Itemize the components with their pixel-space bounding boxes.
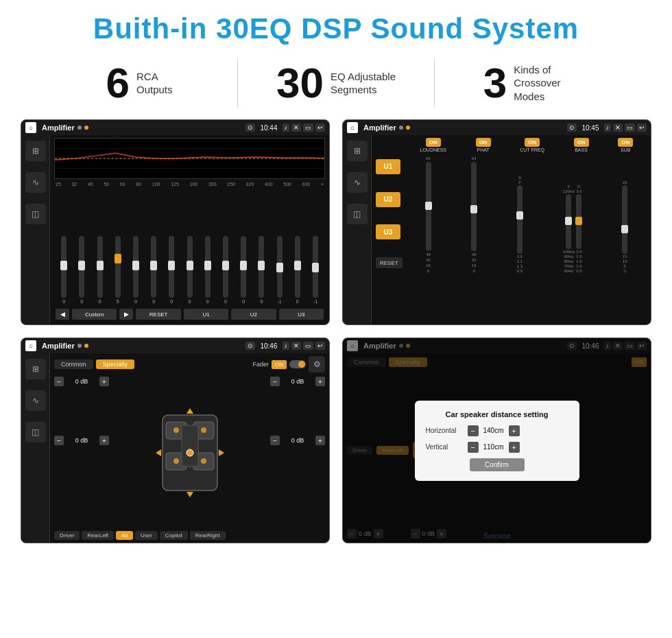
eq-slider-5[interactable]: 0 bbox=[128, 236, 144, 304]
cross-reset-btn[interactable]: RESET bbox=[376, 257, 403, 268]
eq-slider-8[interactable]: 0 bbox=[181, 236, 197, 304]
fader-user-btn[interactable]: User bbox=[135, 531, 158, 540]
cross-cutfreq-group: G F 3.0 2.1 1.3 0.5 bbox=[517, 176, 523, 273]
eq-bottom-bar: ◀ Custom ▶ RESET U1 U2 U3 bbox=[54, 307, 325, 322]
cross-sub-slider[interactable]: 20 15 10 5 0 bbox=[622, 180, 627, 273]
eq-slider-2[interactable]: 0 bbox=[73, 236, 90, 304]
cross-back-icon[interactable]: ↩ bbox=[637, 123, 647, 132]
eq-screen: ⌂ Amplifier ⊙ 10:44 ♪ ✕ ▭ ↩ ⊞ ∿ ◫ bbox=[21, 119, 330, 325]
eq-slider-9[interactable]: 0 bbox=[200, 236, 216, 304]
fader-br-plus[interactable]: + bbox=[315, 436, 325, 445]
fader-speaker-icon: ♪ bbox=[283, 342, 290, 350]
cross-android-bar: ⌂ Amplifier ⊙ 10:45 ♪ ✕ ▭ ↩ bbox=[343, 120, 651, 135]
eq-slider-4[interactable]: 5 bbox=[110, 236, 126, 304]
fader-rearright-btn[interactable]: RearRight bbox=[190, 531, 226, 540]
cross-phat-slider[interactable]: 64 48 32 16 0 bbox=[471, 156, 477, 273]
cross-loudness-slider[interactable]: 64 48 32 16 0 bbox=[426, 156, 431, 273]
fader-bottom-btns: Driver RearLeft All User Copilot RearRig… bbox=[54, 531, 325, 540]
fader-window-icon[interactable]: ▭ bbox=[303, 342, 313, 350]
cross-cutfreq-on[interactable]: ON bbox=[525, 138, 540, 147]
cross-u2-btn[interactable]: U2 bbox=[376, 192, 400, 207]
eq-balance-btn[interactable]: ◫ bbox=[25, 204, 46, 224]
dialog-horizontal-plus[interactable]: + bbox=[509, 425, 520, 436]
fader-dot1 bbox=[77, 344, 82, 348]
fader-settings-btn[interactable]: ⚙ bbox=[309, 356, 325, 373]
fader-balance-btn[interactable]: ◫ bbox=[25, 422, 46, 442]
fader-copilot-btn[interactable]: Copilot bbox=[160, 531, 188, 540]
eq-back-icon[interactable]: ↩ bbox=[315, 123, 325, 132]
eq-slider-13[interactable]: -1 bbox=[271, 236, 287, 304]
eq-next-btn[interactable]: ▶ bbox=[119, 309, 133, 320]
cross-filter-btn[interactable]: ⊞ bbox=[347, 141, 368, 161]
fader-tr-plus[interactable]: + bbox=[315, 377, 325, 386]
fader-home-icon[interactable]: ⌂ bbox=[25, 340, 36, 351]
cross-phat-on[interactable]: ON bbox=[476, 138, 491, 147]
fader-bl-minus[interactable]: − bbox=[54, 436, 64, 445]
fader-specialty-tab[interactable]: Specialty bbox=[96, 359, 135, 369]
eq-slider-1[interactable]: 0 bbox=[56, 236, 72, 304]
eq-slider-15[interactable]: -1 bbox=[307, 236, 324, 304]
fader-bl-plus[interactable]: + bbox=[99, 436, 109, 445]
fader-tl-control: − 0 dB + bbox=[54, 377, 109, 386]
fader-tl-plus[interactable]: + bbox=[99, 377, 109, 386]
eq-window-icon[interactable]: ▭ bbox=[303, 123, 313, 132]
eq-u1-btn[interactable]: U1 bbox=[184, 309, 228, 320]
cross-sliders-area: 64 48 32 16 0 64 bbox=[407, 154, 647, 276]
fader-close-icon[interactable]: ✕ bbox=[291, 342, 301, 350]
cross-sub-on[interactable]: ON bbox=[618, 138, 633, 147]
eq-u3-btn[interactable]: U3 bbox=[279, 309, 324, 320]
svg-point-18 bbox=[187, 449, 193, 456]
cross-bass-group: F 120Hz 100Hz 90Hz 80Hz 70Hz 60Hz bbox=[563, 185, 582, 273]
eq-slider-7[interactable]: 0 bbox=[163, 236, 180, 304]
cross-window-icon[interactable]: ▭ bbox=[625, 123, 635, 132]
eq-slider-11[interactable]: 0 bbox=[235, 236, 252, 304]
fader-wave-btn[interactable]: ∿ bbox=[25, 390, 46, 411]
fader-driver-btn[interactable]: Driver bbox=[54, 531, 80, 540]
fader-on-btn[interactable]: ON bbox=[272, 360, 287, 369]
cross-wave-btn[interactable]: ∿ bbox=[347, 172, 368, 193]
eq-prev-btn[interactable]: ◀ bbox=[56, 309, 69, 320]
fader-tl-minus[interactable]: − bbox=[54, 377, 64, 386]
eq-reset-btn[interactable]: RESET bbox=[136, 309, 180, 320]
cross-loudness-on[interactable]: ON bbox=[426, 138, 441, 147]
eq-slider-10[interactable]: 0 bbox=[217, 236, 234, 304]
cross-dot2 bbox=[406, 126, 410, 130]
cross-home-icon[interactable]: ⌂ bbox=[347, 122, 358, 133]
fader-spacer-r bbox=[270, 390, 325, 432]
eq-custom-btn[interactable]: Custom bbox=[72, 309, 117, 320]
fader-tr-minus[interactable]: − bbox=[270, 377, 280, 386]
eq-wave-btn[interactable]: ∿ bbox=[25, 172, 46, 193]
svg-point-11 bbox=[201, 427, 206, 433]
cross-bass-on[interactable]: ON bbox=[574, 138, 589, 147]
cross-loudness-label: LOUDNESS bbox=[420, 147, 446, 152]
cross-balance-btn[interactable]: ◫ bbox=[347, 204, 368, 224]
fader-rearleft-btn[interactable]: RearLeft bbox=[82, 531, 114, 540]
fader-all-btn[interactable]: All bbox=[116, 531, 133, 540]
fader-toggle[interactable] bbox=[289, 360, 306, 368]
cross-u3-btn[interactable]: U3 bbox=[376, 224, 400, 239]
svg-point-10 bbox=[173, 427, 179, 433]
fader-br-control: − 0 dB + bbox=[270, 436, 325, 445]
confirm-button[interactable]: Confirm bbox=[470, 458, 525, 471]
cross-u1-btn[interactable]: U1 bbox=[376, 159, 400, 174]
fader-filter-btn[interactable]: ⊞ bbox=[25, 359, 46, 379]
eq-home-icon[interactable]: ⌂ bbox=[25, 122, 36, 133]
eq-slider-3[interactable]: 0 bbox=[91, 236, 108, 304]
eq-u2-btn[interactable]: U2 bbox=[231, 309, 276, 320]
fader-back-icon[interactable]: ↩ bbox=[315, 342, 325, 350]
svg-point-13 bbox=[201, 458, 206, 464]
eq-slider-12[interactable]: 0 bbox=[253, 236, 269, 304]
cross-bass-label: BASS bbox=[575, 147, 588, 152]
dialog-horizontal-minus[interactable]: − bbox=[468, 425, 479, 436]
fader-br-minus[interactable]: − bbox=[270, 436, 280, 445]
cross-content: ⊞ ∿ ◫ U1 U2 U3 RESET bbox=[343, 135, 651, 324]
dialog-vertical-minus[interactable]: − bbox=[468, 442, 479, 453]
eq-slider-6[interactable]: 0 bbox=[145, 236, 162, 304]
eq-close-icon[interactable]: ✕ bbox=[291, 123, 301, 132]
eq-filter-btn[interactable]: ⊞ bbox=[25, 141, 46, 161]
fader-common-tab[interactable]: Common bbox=[54, 359, 93, 369]
cross-close-icon[interactable]: ✕ bbox=[613, 123, 623, 132]
dialog-vertical-plus[interactable]: + bbox=[509, 442, 520, 453]
eq-android-bar: ⌂ Amplifier ⊙ 10:44 ♪ ✕ ▭ ↩ bbox=[21, 120, 329, 135]
eq-slider-14[interactable]: 0 bbox=[289, 236, 306, 304]
